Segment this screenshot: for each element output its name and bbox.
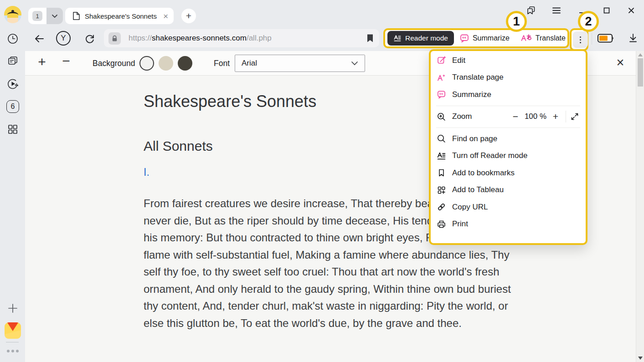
tab-counter-control[interactable]: 1 bbox=[28, 8, 63, 24]
zoom-value: 100 % bbox=[522, 112, 549, 121]
url-scheme: https:// bbox=[129, 34, 152, 42]
reader-mode-icon bbox=[437, 151, 446, 161]
maximize-button[interactable] bbox=[602, 5, 612, 15]
yandex-services-button[interactable]: Y bbox=[56, 31, 71, 46]
tab-stack-count: 6 bbox=[6, 100, 19, 113]
menu-item-print[interactable]: Print bbox=[431, 216, 586, 233]
back-button[interactable] bbox=[32, 32, 46, 46]
sidebar-add-icon[interactable] bbox=[6, 301, 20, 315]
font-decrease-button[interactable]: − bbox=[60, 53, 72, 69]
sidebar-divider bbox=[6, 342, 19, 342]
lock-icon[interactable] bbox=[108, 32, 121, 45]
translate-button[interactable]: Translate bbox=[516, 31, 570, 46]
reader-mode-label: Reader mode bbox=[405, 34, 448, 42]
toolbar-divider bbox=[592, 33, 592, 45]
sidebar-more-icon[interactable] bbox=[6, 350, 20, 352]
sidebar: 6 bbox=[0, 0, 25, 362]
history-icon[interactable] bbox=[6, 32, 20, 46]
menu-item-edit[interactable]: Edit bbox=[431, 52, 586, 69]
chevron-down-icon bbox=[351, 61, 358, 66]
url-domain: shakespeares-sonnets.com bbox=[152, 34, 247, 42]
search-icon bbox=[437, 134, 446, 143]
annotation-step-1: 1 bbox=[506, 11, 527, 32]
page-icon bbox=[72, 11, 80, 20]
overflow-highlight bbox=[570, 28, 588, 51]
reader-mode-icon bbox=[393, 34, 402, 42]
link-icon bbox=[437, 202, 446, 212]
fullscreen-icon[interactable] bbox=[570, 112, 579, 121]
menu-divider bbox=[436, 106, 580, 106]
zoom-divider bbox=[566, 111, 566, 122]
bookmark-icon bbox=[437, 168, 446, 178]
page-title: Shakespeare's Sonnets bbox=[144, 92, 316, 111]
scrollbar-up-arrow[interactable] bbox=[638, 53, 643, 56]
menu-item-add-to-bookmarks[interactable]: Add to bookmarks bbox=[431, 164, 586, 182]
annotation-step-2: 2 bbox=[578, 11, 599, 32]
downloads-icon[interactable] bbox=[627, 32, 639, 44]
address-bar[interactable]: https://shakespeares-sonnets.com/all.php bbox=[104, 29, 379, 47]
side-panel-icon[interactable] bbox=[526, 5, 536, 15]
profile-avatar[interactable] bbox=[4, 6, 21, 23]
scrollbar-thumb[interactable] bbox=[638, 58, 643, 87]
menu-divider bbox=[436, 127, 580, 128]
translate-page-icon bbox=[437, 73, 446, 82]
zoom-in-button[interactable]: + bbox=[549, 111, 562, 122]
font-label: Font bbox=[214, 59, 230, 68]
scrollbar[interactable] bbox=[636, 51, 644, 362]
printer-icon bbox=[437, 219, 446, 229]
summarize-icon bbox=[437, 90, 446, 99]
tab-shakespeares-sonnets[interactable]: Shakespeare's Sonnets × bbox=[65, 8, 174, 24]
font-increase-button[interactable]: + bbox=[36, 54, 48, 70]
page-actions-menu-button[interactable] bbox=[573, 31, 588, 48]
background-swatch-dark[interactable] bbox=[178, 56, 192, 71]
battery-indicator[interactable] bbox=[597, 33, 615, 43]
main-menu-icon[interactable] bbox=[551, 5, 562, 15]
font-select[interactable]: Arial bbox=[235, 55, 365, 72]
media-player-icon[interactable] bbox=[6, 77, 20, 91]
tab-counter-value: 1 bbox=[32, 11, 42, 21]
zoom-out-button[interactable]: − bbox=[509, 111, 522, 122]
summarize-label: Summarize bbox=[473, 34, 510, 42]
zoom-in-icon bbox=[437, 112, 446, 122]
reader-mode-button[interactable]: Reader mode bbox=[387, 31, 454, 46]
tableau-grid-icon bbox=[437, 185, 446, 195]
page-actions-menu: Edit Translate page Summarize bbox=[429, 49, 587, 245]
tab-title: Shakespeare's Sonnets bbox=[85, 12, 157, 20]
menu-item-summarize[interactable]: Summarize bbox=[431, 86, 586, 103]
menu-item-copy-url[interactable]: Copy URL bbox=[431, 199, 586, 216]
translate-label: Translate bbox=[536, 34, 566, 42]
translate-icon bbox=[520, 33, 532, 43]
reader-actions-group: Reader mode Summarize bbox=[383, 28, 569, 48]
background-swatch-light[interactable] bbox=[139, 56, 154, 71]
summarize-icon bbox=[459, 33, 469, 43]
reload-button[interactable] bbox=[83, 32, 97, 46]
edit-icon bbox=[437, 56, 446, 65]
bookmark-filled-icon[interactable] bbox=[366, 34, 374, 43]
menu-item-add-to-tableau[interactable]: Add to Tableau bbox=[431, 182, 586, 199]
section-heading: All Sonnets bbox=[144, 138, 213, 154]
menu-item-zoom: Zoom − 100 % + bbox=[431, 108, 586, 126]
window-close-button[interactable] bbox=[626, 5, 636, 15]
summarize-button[interactable]: Summarize bbox=[455, 31, 514, 46]
menu-item-turn-off-reader-mode[interactable]: Turn off Reader mode bbox=[431, 148, 586, 165]
menu-item-translate-page[interactable]: Translate page bbox=[431, 69, 586, 87]
sonnet-number-link[interactable]: I. bbox=[144, 166, 149, 178]
yandex-mail-icon[interactable] bbox=[5, 322, 21, 339]
scrollbar-down-arrow[interactable] bbox=[638, 357, 643, 360]
browser-window: 6 1 S bbox=[0, 0, 644, 362]
background-swatch-sepia[interactable] bbox=[159, 56, 173, 71]
background-label: Background bbox=[93, 59, 135, 68]
url-path: /all.php bbox=[247, 34, 272, 42]
tab-stack-badge[interactable]: 6 bbox=[6, 100, 20, 113]
menu-item-find-on-page[interactable]: Find on page bbox=[431, 130, 586, 148]
tab-close-icon[interactable]: × bbox=[161, 12, 170, 20]
font-select-value: Arial bbox=[242, 59, 351, 68]
reader-bar-close-icon[interactable]: × bbox=[614, 55, 627, 70]
new-tab-button[interactable]: + bbox=[181, 9, 196, 23]
apps-grid-icon[interactable] bbox=[6, 122, 20, 136]
url-text: https://shakespeares-sonnets.com/all.php bbox=[129, 34, 366, 43]
notes-icon[interactable] bbox=[6, 54, 20, 67]
chevron-down-icon[interactable] bbox=[46, 8, 63, 24]
